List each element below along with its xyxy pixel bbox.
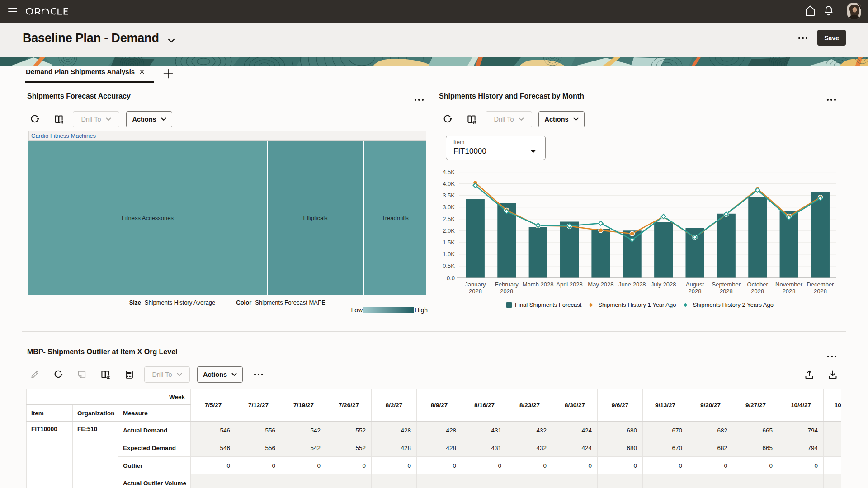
value-cell[interactable] [824, 422, 841, 439]
week-column-header[interactable]: 7/19/27 [281, 389, 326, 422]
value-cell[interactable]: 431 [462, 439, 507, 457]
panel-overflow-menu-icon[interactable] [826, 96, 838, 104]
item-column-header[interactable]: Item [27, 405, 73, 422]
value-cell[interactable]: 794 [778, 439, 824, 457]
value-cell[interactable]: 0 [281, 457, 326, 474]
add-tab-icon[interactable] [163, 69, 173, 79]
value-cell[interactable]: 0 [733, 457, 778, 474]
value-cell[interactable]: 794 [778, 422, 824, 439]
week-column-header[interactable]: 8/16/27 [462, 389, 507, 422]
value-cell[interactable]: 0 [552, 457, 598, 474]
value-cell[interactable]: 680 [598, 422, 643, 439]
hamburger-menu-icon[interactable] [7, 6, 18, 17]
measure-cell[interactable]: Actual Demand [118, 422, 191, 439]
note-icon[interactable] [75, 368, 88, 381]
drill-to-dropdown[interactable]: Drill To [486, 111, 532, 127]
value-cell[interactable]: 0 [688, 457, 733, 474]
week-column-header[interactable]: 9/27/27 [733, 389, 778, 422]
week-column-header[interactable]: 7/26/27 [326, 389, 372, 422]
value-cell[interactable]: 0 [326, 457, 372, 474]
value-cell[interactable]: 0 [191, 457, 236, 474]
value-cell[interactable]: 424 [552, 439, 598, 457]
value-cell[interactable] [824, 439, 841, 457]
value-cell[interactable] [236, 474, 281, 488]
item-filter-dropdown[interactable]: Item FIT10000 [446, 136, 546, 160]
treemap-node[interactable]: Fitness Accessories [28, 141, 267, 295]
value-cell[interactable]: 665 [733, 422, 778, 439]
value-cell[interactable] [824, 474, 841, 488]
week-column-header[interactable]: 10/11/27 [824, 389, 841, 422]
value-cell[interactable] [326, 474, 372, 488]
value-cell[interactable] [733, 474, 778, 488]
measure-cell[interactable]: Outlier [118, 457, 191, 474]
value-cell[interactable]: 428 [417, 439, 462, 457]
value-cell[interactable]: 432 [507, 422, 552, 439]
treemap-breadcrumb[interactable]: Cardio Fitness Machines [28, 131, 426, 141]
item-cell[interactable]: FIT10000 [27, 422, 73, 488]
value-cell[interactable]: 0 [778, 457, 824, 474]
refresh-icon[interactable] [52, 368, 65, 381]
value-cell[interactable]: 552 [326, 439, 372, 457]
value-cell[interactable]: 542 [281, 439, 326, 457]
value-cell[interactable]: 552 [326, 422, 372, 439]
view-by-numbers-book-icon[interactable] [99, 368, 112, 381]
actions-dropdown[interactable]: Actions [538, 111, 585, 127]
measure-cell[interactable]: Expected Demand [118, 439, 191, 457]
value-cell[interactable]: 680 [598, 439, 643, 457]
value-cell[interactable] [507, 474, 552, 488]
value-cell[interactable] [824, 457, 841, 474]
treemap-node[interactable]: Treadmills [364, 141, 426, 295]
week-column-header[interactable]: 8/2/27 [372, 389, 417, 422]
week-column-header[interactable]: 7/12/27 [236, 389, 281, 422]
value-cell[interactable] [372, 474, 417, 488]
value-cell[interactable]: 0 [507, 457, 552, 474]
value-cell[interactable]: 432 [507, 439, 552, 457]
chart-legend-item[interactable]: Final Shipments Forecast [506, 301, 581, 308]
value-cell[interactable] [643, 474, 688, 488]
calculator-icon[interactable] [123, 368, 136, 381]
value-cell[interactable]: 556 [236, 422, 281, 439]
week-column-header[interactable]: 9/20/27 [688, 389, 733, 422]
home-icon[interactable] [804, 5, 816, 17]
chart-legend-item[interactable]: Shipments History 1 Year Ago [587, 301, 676, 308]
value-cell[interactable]: 424 [552, 422, 598, 439]
value-cell[interactable]: 0 [462, 457, 507, 474]
value-cell[interactable]: 670 [643, 439, 688, 457]
panel-overflow-menu-icon[interactable] [414, 96, 425, 104]
value-cell[interactable] [778, 474, 824, 488]
download-icon[interactable] [826, 368, 839, 381]
edit-pencil-icon[interactable] [28, 368, 41, 381]
measure-cell[interactable]: Actual Outlier Volume [118, 474, 191, 488]
value-cell[interactable]: 428 [372, 439, 417, 457]
value-cell[interactable]: 431 [462, 422, 507, 439]
chart-legend-item[interactable]: Shipments History 2 Years Ago [681, 301, 774, 308]
value-cell[interactable]: 556 [236, 439, 281, 457]
treemap-node[interactable]: Ellipticals [268, 141, 363, 295]
view-by-numbers-book-icon[interactable] [465, 113, 478, 126]
header-overflow-menu-icon[interactable] [797, 33, 810, 43]
value-cell[interactable] [598, 474, 643, 488]
save-button[interactable]: Save [817, 30, 846, 46]
value-cell[interactable] [462, 474, 507, 488]
value-cell[interactable]: 546 [191, 439, 236, 457]
week-column-header[interactable]: 10/4/27 [778, 389, 824, 422]
toolbar-overflow-menu-icon[interactable] [253, 371, 265, 379]
value-cell[interactable]: 0 [598, 457, 643, 474]
user-avatar[interactable] [847, 3, 861, 19]
view-by-numbers-book-icon[interactable] [52, 113, 65, 126]
value-cell[interactable]: 0 [372, 457, 417, 474]
week-column-header[interactable]: 7/5/27 [191, 389, 236, 422]
week-column-header[interactable]: 9/6/27 [598, 389, 643, 422]
value-cell[interactable]: 665 [733, 439, 778, 457]
value-cell[interactable]: 428 [372, 422, 417, 439]
week-column-header[interactable]: 9/13/27 [643, 389, 688, 422]
drill-to-dropdown[interactable]: Drill To [73, 111, 119, 127]
value-cell[interactable]: 546 [191, 422, 236, 439]
tab-close-icon[interactable] [139, 69, 145, 75]
organization-cell[interactable]: FE:510 [73, 422, 118, 488]
value-cell[interactable]: 0 [643, 457, 688, 474]
week-column-header[interactable]: 8/30/27 [552, 389, 598, 422]
value-cell[interactable]: 542 [281, 422, 326, 439]
value-cell[interactable] [417, 474, 462, 488]
value-cell[interactable]: 682 [688, 422, 733, 439]
